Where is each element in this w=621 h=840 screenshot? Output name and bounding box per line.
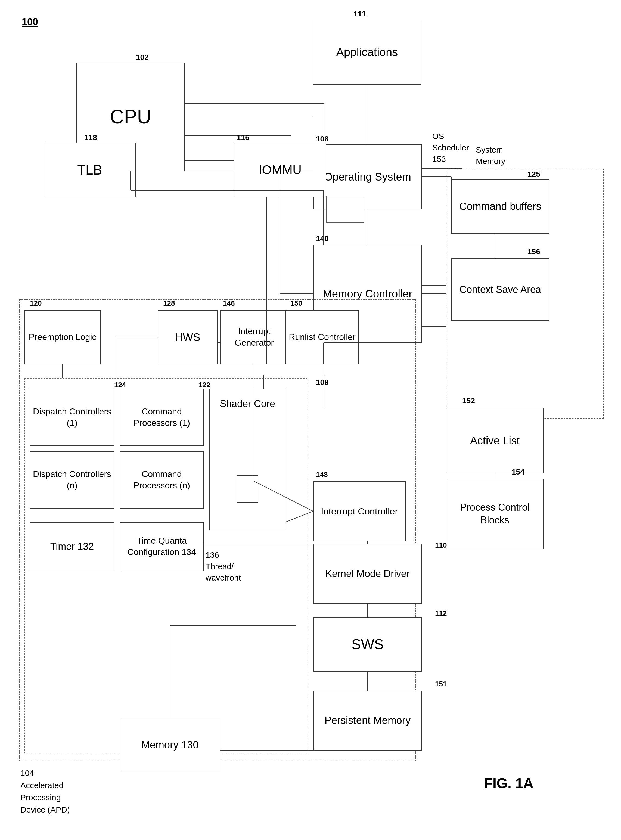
- shader-core-box: Shader Core: [209, 389, 285, 530]
- ref-109: 109: [316, 378, 329, 387]
- command-processors-1-box: Command Processors (1): [120, 389, 204, 446]
- ref-152: 152: [462, 396, 475, 405]
- diagram-ref-100: 100: [22, 16, 38, 28]
- active-list-box: Active List: [446, 408, 544, 473]
- kernel-mode-driver-box: Kernel Mode Driver: [313, 544, 422, 604]
- ref-146: 146: [223, 299, 235, 308]
- persistent-memory-box: Persistent Memory: [313, 691, 422, 751]
- interrupt-controller-box: Interrupt Controller: [313, 481, 406, 541]
- tlb-box: TLB: [44, 143, 136, 197]
- ref-156: 156: [527, 247, 540, 256]
- ref-128: 128: [163, 299, 175, 308]
- runlist-controller-box: Runlist Controller: [285, 310, 359, 364]
- ref-111: 111: [353, 9, 366, 18]
- ref-110: 110: [435, 541, 447, 550]
- apd-label: 104AcceleratedProcessingDevice (APD): [20, 767, 70, 816]
- process-control-blocks-box: Process Control Blocks: [446, 479, 544, 549]
- ref-154: 154: [512, 468, 524, 476]
- ref-125: 125: [527, 170, 540, 179]
- iommu-box: IOMMU: [234, 143, 326, 197]
- ref-140: 140: [316, 234, 329, 243]
- sws-box: SWS: [313, 617, 422, 672]
- applications-box: Applications: [313, 20, 421, 85]
- ref-148: 148: [316, 470, 328, 479]
- diagram: 100 102 CPU 111 Applications 108 Operati…: [0, 0, 621, 840]
- preemption-logic-box: Preemption Logic: [24, 310, 101, 364]
- os-scheduler-label: OSScheduler153: [432, 130, 469, 165]
- ref-116: 116: [236, 133, 249, 142]
- ref-151: 151: [435, 680, 447, 688]
- fig-label: FIG. 1A: [484, 775, 533, 791]
- dispatch-controllers-1-box: Dispatch Controllers (1): [30, 389, 114, 446]
- ref-112: 112: [435, 609, 447, 617]
- ref-124: 124: [114, 381, 126, 389]
- command-processors-n-box: Command Processors (n): [120, 452, 204, 508]
- hws-box: HWS: [158, 310, 218, 364]
- os-sub-box: [326, 196, 364, 223]
- time-quanta-config-box: Time Quanta Configuration 134: [120, 522, 204, 571]
- ref-150: 150: [290, 299, 302, 308]
- ref-122: 122: [198, 381, 210, 389]
- command-buffers-box: Command buffers: [451, 179, 549, 234]
- memory-130-box: Memory 130: [120, 718, 220, 772]
- ref-102: 102: [136, 53, 149, 62]
- ref-118: 118: [84, 133, 97, 142]
- context-save-area-box: Context Save Area: [451, 258, 549, 321]
- ref-108: 108: [316, 135, 329, 143]
- thread-wavefront-label: 136Thread/wavefront: [206, 549, 241, 584]
- timer-box: Timer 132: [30, 522, 114, 571]
- ref-120: 120: [30, 299, 42, 308]
- interrupt-generator-box: Interrupt Generator: [220, 310, 288, 364]
- dispatch-controllers-n-box: Dispatch Controllers (n): [30, 452, 114, 508]
